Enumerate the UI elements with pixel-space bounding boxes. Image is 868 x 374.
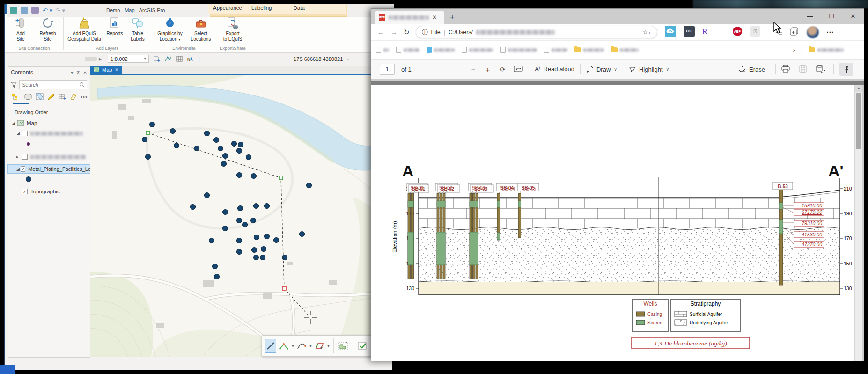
facility-point[interactable] — [265, 204, 270, 209]
extension-r-grey-icon[interactable]: ℛ — [750, 26, 760, 38]
facility-point[interactable] — [254, 255, 259, 260]
list-by-snapping-icon[interactable]: + — [58, 93, 66, 101]
grid-add-icon[interactable]: + — [153, 56, 160, 62]
address-bar[interactable]: i File | C:/Users/ ☆₊ — [416, 26, 657, 38]
new-project-icon[interactable] — [10, 7, 17, 14]
facility-point[interactable] — [191, 205, 196, 210]
facility-point[interactable] — [194, 146, 199, 151]
vertex-tool-button[interactable] — [278, 339, 289, 353]
facility-point[interactable] — [213, 264, 218, 269]
close-view-icon[interactable]: ✕ — [115, 67, 118, 72]
tab-appearance[interactable]: Appearance — [208, 4, 247, 14]
scroll-up-icon[interactable]: ▲ — [855, 85, 862, 92]
panel-menu-icon[interactable]: ▾ — [71, 70, 73, 75]
list-by-labeling-icon[interactable] — [70, 93, 77, 101]
map-view-tab[interactable]: Map ✕ — [90, 66, 122, 74]
extension-more-icon[interactable]: ••• — [684, 26, 695, 39]
export-to-equis-button[interactable]: Export to EQuIS — [219, 15, 246, 42]
facility-point[interactable] — [209, 238, 214, 243]
facility-point[interactable] — [261, 247, 266, 252]
facility-point[interactable] — [300, 232, 305, 237]
layer-topographic[interactable]: ✓Topographic — [8, 187, 90, 196]
list-by-selection-icon[interactable] — [36, 93, 44, 101]
curve-tool-button[interactable] — [296, 339, 307, 353]
zoom-in-icon[interactable]: + — [485, 66, 490, 73]
north-arrow-icon[interactable]: N — [187, 56, 194, 62]
redo-icon[interactable]: ↷ ▾ — [55, 7, 65, 14]
bookmark-item[interactable] — [544, 47, 567, 53]
filter-icon[interactable] — [11, 82, 17, 88]
bookmark-folder[interactable] — [611, 47, 639, 52]
facility-point[interactable] — [251, 174, 257, 179]
close-button[interactable]: ✕ — [843, 10, 863, 22]
facility-point[interactable] — [146, 154, 151, 160]
facility-point[interactable] — [218, 146, 223, 151]
facility-point[interactable] — [214, 138, 219, 143]
bookmark-item[interactable] — [396, 47, 419, 53]
save-icon[interactable] — [799, 65, 807, 74]
facility-point[interactable] — [237, 148, 242, 154]
scale-selector[interactable]: 1:8,002▾ — [108, 55, 149, 63]
back-icon[interactable]: ← — [377, 28, 384, 36]
save-as-icon[interactable] — [816, 65, 825, 74]
facility-point[interactable] — [238, 142, 243, 147]
bookmarks-overflow-icon[interactable]: › — [793, 46, 795, 54]
other-favorites[interactable] — [809, 47, 844, 52]
list-by-data-source-icon[interactable] — [24, 93, 32, 101]
list-by-editing-icon[interactable] — [47, 93, 55, 101]
facility-point[interactable] — [246, 155, 251, 160]
settings-menu-icon[interactable]: ⋯ — [826, 28, 835, 37]
facility-point[interactable] — [237, 249, 242, 255]
rotate-icon[interactable]: ⟳ — [500, 66, 505, 73]
save-project-icon[interactable] — [31, 7, 39, 14]
curve-dropdown-icon[interactable]: ▾ — [309, 344, 311, 348]
collections-icon[interactable] — [790, 27, 799, 37]
h-scrollbar[interactable] — [85, 57, 97, 61]
coordinate-readout[interactable]: 17S 686618 4380821 ⌄ — [294, 56, 350, 62]
pdf-scrollbar[interactable]: ▲ — [854, 85, 862, 361]
facility-point[interactable] — [243, 222, 248, 227]
scroll-right-icon[interactable]: ▶ — [99, 57, 102, 61]
facility-point[interactable] — [251, 218, 256, 223]
zoom-out-icon[interactable]: − — [471, 66, 476, 73]
bookmark-item[interactable] — [500, 47, 537, 53]
sketch-vertex-mid[interactable] — [279, 176, 283, 180]
layer-metal-plating[interactable]: ◢✓ Metal_Plating_Facilities_Locations_2 — [8, 165, 90, 173]
vertex-dropdown-icon[interactable]: ▾ — [292, 344, 294, 348]
minimize-button[interactable]: — — [800, 10, 820, 22]
map-canvas[interactable] — [90, 75, 394, 357]
close-panel-icon[interactable]: ✕ — [83, 70, 87, 75]
facility-point[interactable] — [237, 238, 242, 243]
graphics-by-location-button[interactable]: Graphics by Location ▾ — [153, 15, 187, 42]
facility-point[interactable] — [142, 137, 147, 142]
layer-1-symbol[interactable] — [8, 139, 90, 148]
layer-redacted-1[interactable]: ◢ — [8, 129, 90, 138]
metal-plating-symbol[interactable] — [8, 175, 90, 183]
tab-close-icon[interactable]: ✕ — [432, 14, 437, 21]
layer-map[interactable]: ◢ Map — [8, 119, 90, 127]
table-labels-button[interactable]: Table Labels — [126, 15, 149, 42]
facility-point[interactable] — [254, 204, 259, 209]
animation-icon[interactable] — [164, 56, 172, 62]
refresh-site-button[interactable]: Refresh Site — [34, 15, 61, 42]
trace-dropdown-icon[interactable]: ▾ — [327, 344, 329, 348]
sketch-vertex-end[interactable] — [282, 286, 286, 290]
table-icon[interactable] — [176, 56, 183, 62]
maximize-button[interactable]: ☐ — [822, 10, 841, 22]
erase-button[interactable]: Erase — [738, 66, 765, 73]
finish-sketch-button[interactable] — [357, 339, 368, 353]
bookmark-item[interactable] — [427, 47, 455, 53]
facility-point[interactable] — [274, 238, 279, 243]
open-project-icon[interactable] — [21, 7, 28, 14]
facility-point[interactable] — [254, 235, 259, 240]
bookmark-item[interactable] — [462, 47, 493, 53]
contents-search[interactable] — [19, 80, 87, 89]
page-number-input[interactable]: 1 — [380, 64, 395, 75]
facility-point[interactable] — [237, 173, 242, 178]
browser-tab[interactable]: PDF ✕ — [375, 11, 444, 24]
browser-titlebar[interactable]: PDF ✕ + — ☐ ✕ — [371, 9, 864, 24]
forward-icon[interactable]: → — [390, 28, 397, 36]
facility-point[interactable] — [265, 234, 270, 239]
bookmark-folder[interactable] — [574, 47, 604, 52]
edit-vertices-button[interactable] — [338, 339, 349, 353]
